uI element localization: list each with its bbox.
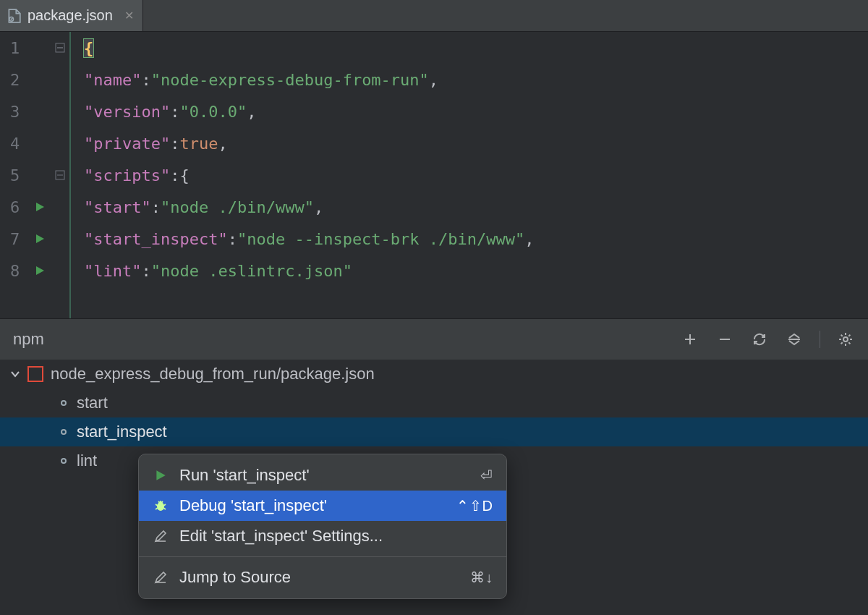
code-token: "node .eslintrc.json"	[151, 262, 352, 280]
line-number: 5	[10, 166, 29, 184]
bug-icon	[152, 499, 169, 513]
svg-point-4	[157, 502, 164, 511]
tool-window-header: npm	[0, 319, 868, 360]
npm-tool-window: npm node_express_debug_from_run/package.…	[0, 318, 868, 475]
ctx-debug-shortcut: ⌃⇧D	[456, 497, 493, 514]
code-token: true	[179, 135, 218, 153]
run-gutter-icon[interactable]	[29, 201, 51, 213]
gutter: 1 2 3 4 5 6 7 8	[0, 32, 69, 318]
line-number: 8	[10, 262, 29, 280]
svg-point-3	[843, 337, 848, 342]
pencil-icon	[152, 571, 169, 584]
code-editor[interactable]: 1 2 3 4 5 6 7 8 { "name": "node-express-…	[0, 32, 868, 318]
ctx-debug[interactable]: Debug 'start_inspect' ⌃⇧D	[139, 491, 506, 521]
context-menu: Run 'start_inspect' ⏎ Debug 'start_inspe…	[138, 454, 507, 599]
tab-close-icon[interactable]: ✕	[124, 9, 134, 22]
code-content[interactable]: { "name": "node-express-debug-from-run",…	[69, 32, 535, 318]
line-number: 6	[10, 198, 29, 216]
play-icon	[152, 469, 169, 482]
tree-script-start[interactable]: start	[0, 389, 868, 417]
code-token: "lint"	[84, 262, 141, 280]
separator	[820, 331, 820, 348]
code-token: "0.0.0"	[179, 103, 247, 121]
tree-script-label: start_inspect	[77, 423, 167, 441]
code-token: "start"	[84, 198, 151, 216]
line-number: 2	[10, 71, 29, 89]
separator	[139, 556, 506, 557]
code-token: "node ./bin/www"	[161, 198, 314, 216]
ctx-run[interactable]: Run 'start_inspect' ⏎	[139, 460, 506, 491]
gear-icon[interactable]	[836, 330, 855, 349]
code-token: "scripts"	[84, 166, 170, 184]
bullet-icon	[61, 458, 67, 464]
ctx-run-label: Run 'start_inspect'	[179, 466, 310, 485]
line-number: 3	[10, 103, 29, 121]
chevron-down-icon[interactable]	[10, 369, 20, 379]
code-token: "node-express-debug-from-run"	[151, 71, 429, 89]
editor-area: package.json ✕ 1 2 3 4 5 6 7 8 { "name":…	[0, 0, 868, 318]
json-file-icon	[6, 8, 22, 24]
ctx-jump-label: Jump to Source	[179, 568, 291, 587]
code-token: {	[84, 39, 93, 57]
ctx-edit-settings[interactable]: Edit 'start_inspect' Settings...	[139, 521, 506, 551]
ctx-edit-label: Edit 'start_inspect' Settings...	[179, 527, 383, 546]
code-token: "start_inspect"	[84, 230, 228, 248]
run-gutter-icon[interactable]	[29, 233, 51, 245]
bullet-icon	[61, 429, 67, 435]
tree-script-label: lint	[77, 451, 97, 470]
fold-toggle-icon[interactable]	[51, 170, 69, 180]
add-icon[interactable]	[681, 330, 699, 349]
tree-root[interactable]: node_express_debug_from_run/package.json	[0, 360, 868, 389]
ctx-jump-shortcut: ⌘↓	[470, 569, 493, 586]
ctx-run-shortcut: ⏎	[480, 467, 493, 484]
tool-window-title: npm	[13, 330, 44, 349]
ctx-jump-to-source[interactable]: Jump to Source ⌘↓	[139, 562, 506, 593]
tree-script-start-inspect[interactable]: start_inspect	[0, 417, 868, 446]
tab-title: package.json	[27, 7, 113, 24]
tab-bar: package.json ✕	[0, 0, 868, 32]
collapse-all-icon[interactable]	[785, 330, 804, 349]
line-number: 7	[10, 230, 29, 248]
tree-root-label: node_express_debug_from_run/package.json	[51, 365, 375, 383]
run-gutter-icon[interactable]	[29, 265, 51, 276]
code-token: "node --inspect-brk ./bin/www"	[237, 230, 524, 248]
ctx-debug-label: Debug 'start_inspect'	[179, 496, 327, 515]
bullet-icon	[61, 400, 67, 406]
refresh-icon[interactable]	[750, 330, 769, 349]
code-token: "name"	[84, 71, 141, 89]
line-number: 1	[10, 39, 29, 57]
tab-package-json[interactable]: package.json ✕	[0, 0, 143, 31]
fold-toggle-icon[interactable]	[51, 43, 69, 53]
code-token: "private"	[84, 135, 170, 153]
npm-icon	[27, 366, 43, 382]
line-number: 4	[10, 135, 29, 153]
pencil-icon	[152, 530, 169, 543]
tree-script-label: start	[77, 394, 108, 412]
code-token: {	[179, 166, 189, 184]
remove-icon[interactable]	[715, 330, 734, 349]
code-token: "version"	[84, 103, 170, 121]
